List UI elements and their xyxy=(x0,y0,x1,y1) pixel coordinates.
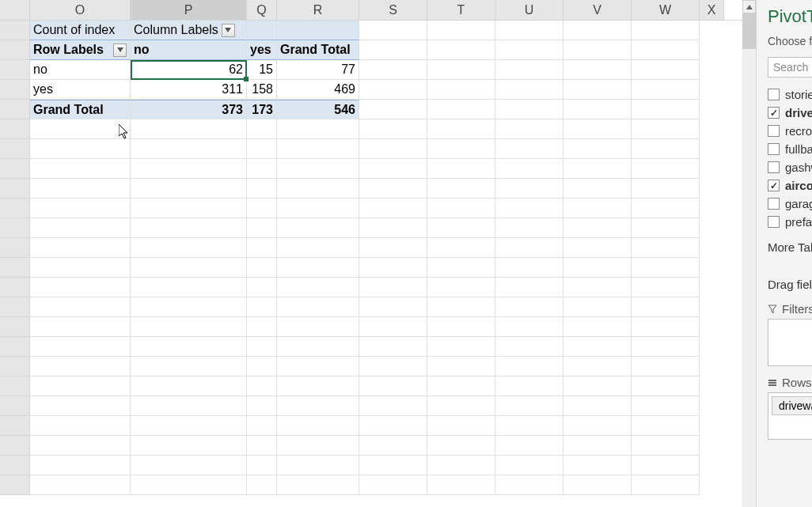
col-header-X[interactable]: X xyxy=(700,0,724,20)
col-header-P[interactable]: P xyxy=(131,0,247,20)
pivot-count-label[interactable]: Count of index xyxy=(30,21,131,40)
rows-drop-area[interactable]: driveway xyxy=(768,392,812,440)
cell-yes-total[interactable]: 469 xyxy=(277,80,359,100)
cell[interactable] xyxy=(359,40,427,60)
cell[interactable] xyxy=(632,80,700,100)
field-label: gashw xyxy=(785,161,812,174)
field-recroom[interactable]: recroom xyxy=(768,122,812,140)
spreadsheet-grid[interactable]: O P Q R S T U V W X Count of index Colum… xyxy=(0,0,756,507)
field-label: driveway xyxy=(785,106,812,119)
cell[interactable] xyxy=(495,60,563,80)
cell[interactable] xyxy=(427,80,495,100)
grand-total-yes[interactable]: 173 xyxy=(247,100,277,119)
field-label: stories xyxy=(785,88,812,101)
cell-no-total[interactable]: 77 xyxy=(277,60,359,80)
svg-rect-1 xyxy=(768,382,776,384)
checkbox-icon[interactable] xyxy=(768,107,780,119)
column-labels-dropdown[interactable] xyxy=(222,24,235,37)
col-header-U[interactable]: U xyxy=(495,0,563,20)
field-label: fullbase xyxy=(785,142,812,156)
cell[interactable] xyxy=(495,40,563,60)
scroll-thumb[interactable] xyxy=(742,13,756,49)
cell[interactable] xyxy=(563,40,632,60)
cell[interactable] xyxy=(563,100,632,119)
cell[interactable] xyxy=(427,100,495,119)
cell[interactable] xyxy=(277,21,359,40)
cell[interactable] xyxy=(359,21,427,40)
field-stories[interactable]: stories xyxy=(768,85,812,104)
field-garagepl[interactable]: garagepl xyxy=(768,195,812,213)
cell[interactable] xyxy=(427,21,495,40)
cell[interactable] xyxy=(563,60,632,80)
cell-no-no[interactable]: 62 xyxy=(131,60,247,80)
filter-icon xyxy=(768,305,777,314)
col-header-O[interactable]: O xyxy=(30,0,131,20)
col-header-V[interactable]: V xyxy=(563,0,632,20)
checkbox-icon[interactable] xyxy=(768,180,780,191)
pivot-column-labels[interactable]: Column Labels xyxy=(131,21,247,40)
cell[interactable] xyxy=(495,80,563,100)
cell-yes-no[interactable]: 311 xyxy=(131,80,247,100)
cell[interactable] xyxy=(495,100,563,119)
col-grand-total-header[interactable]: Grand Total xyxy=(277,40,359,60)
field-label: prefarea xyxy=(785,215,812,229)
row-labels-text: Row Labels xyxy=(33,43,104,57)
col-header-S[interactable]: S xyxy=(359,0,427,20)
pivot-row-yes[interactable]: yes xyxy=(30,80,131,100)
filters-header: Filters xyxy=(768,302,812,316)
checkbox-icon[interactable] xyxy=(768,161,780,173)
panel-choose-label: Choose fields to add to report: xyxy=(757,32,812,54)
vertical-scrollbar[interactable] xyxy=(742,0,756,507)
cell-yes-yes[interactable]: 158 xyxy=(247,80,277,100)
cell[interactable] xyxy=(359,60,427,80)
checkbox-icon[interactable] xyxy=(768,198,780,210)
rows-area: Rows driveway xyxy=(757,371,812,445)
svg-rect-2 xyxy=(768,384,776,386)
col-header-T[interactable]: T xyxy=(427,0,495,20)
cell[interactable] xyxy=(632,60,700,80)
row-field-driveway[interactable]: driveway xyxy=(772,396,812,415)
scroll-up-button[interactable] xyxy=(742,0,756,13)
checkbox-icon[interactable] xyxy=(768,89,780,100)
more-tables-link[interactable]: More Tables... xyxy=(757,231,812,263)
field-fullbase[interactable]: fullbase xyxy=(768,140,812,158)
cell[interactable] xyxy=(247,21,277,40)
field-list: stories driveway recroom fullbase gashw … xyxy=(757,85,812,231)
cell[interactable] xyxy=(563,80,632,100)
col-header-Q[interactable]: Q xyxy=(247,0,277,20)
col-header-W[interactable]: W xyxy=(632,0,700,20)
column-labels-text: Column Labels xyxy=(134,23,218,37)
cell[interactable] xyxy=(359,80,427,100)
field-prefarea[interactable]: prefarea xyxy=(768,213,812,231)
col-yes-header[interactable]: yes xyxy=(247,40,277,60)
field-driveway[interactable]: driveway xyxy=(768,104,812,122)
pivot-row-no[interactable]: no xyxy=(30,60,131,80)
cell[interactable] xyxy=(427,60,495,80)
cell[interactable] xyxy=(632,100,700,119)
cell[interactable] xyxy=(632,40,700,60)
pivot-grand-total-label[interactable]: Grand Total xyxy=(30,100,131,119)
field-label: airco xyxy=(785,179,812,192)
checkbox-icon[interactable] xyxy=(768,143,780,155)
cell-no-yes[interactable]: 15 xyxy=(247,60,277,80)
search-input[interactable]: Search xyxy=(768,57,812,78)
cell[interactable] xyxy=(495,21,563,40)
row-labels-dropdown[interactable] xyxy=(113,44,127,57)
field-gashw[interactable]: gashw xyxy=(768,158,812,176)
col-no-header[interactable]: no xyxy=(131,40,247,60)
pivot-row-labels[interactable]: Row Labels xyxy=(30,40,131,60)
filters-drop-area[interactable] xyxy=(768,319,812,366)
cell[interactable] xyxy=(632,21,700,40)
grand-total-total[interactable]: 546 xyxy=(277,100,359,119)
column-headers: O P Q R S T U V W X xyxy=(0,0,756,21)
svg-rect-0 xyxy=(768,380,776,381)
cell[interactable] xyxy=(427,40,495,60)
grand-total-no[interactable]: 373 xyxy=(131,100,247,119)
cell[interactable] xyxy=(563,21,632,40)
cell[interactable] xyxy=(359,100,427,119)
checkbox-icon[interactable] xyxy=(768,125,780,137)
col-header-R[interactable]: R xyxy=(277,0,359,20)
checkbox-icon[interactable] xyxy=(768,216,780,228)
filters-area: Filters xyxy=(757,297,812,371)
field-airco[interactable]: airco xyxy=(768,176,812,195)
